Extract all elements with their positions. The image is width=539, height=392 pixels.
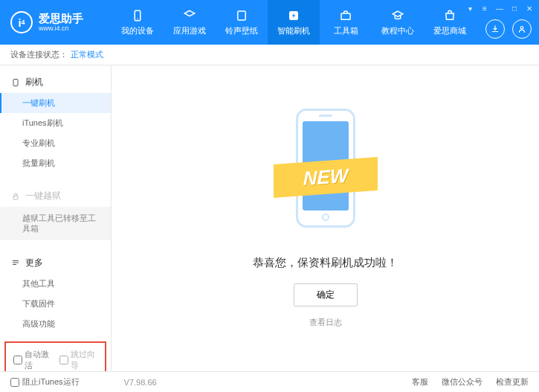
svg-rect-2 bbox=[238, 11, 246, 20]
list-icon[interactable]: ≡ bbox=[480, 3, 490, 13]
download-icon[interactable] bbox=[485, 19, 505, 39]
block-itunes-label: 阻止iTunes运行 bbox=[22, 376, 80, 388]
status-label: 设备连接状态： bbox=[10, 49, 68, 60]
nav-apps[interactable]: 应用游戏 bbox=[164, 0, 216, 45]
phone-illustration: NEW bbox=[277, 109, 374, 242]
app-title: 爱思助手 bbox=[39, 13, 83, 25]
footer-support[interactable]: 客服 bbox=[412, 376, 428, 388]
chk-label: 自动激活 bbox=[25, 349, 52, 371]
footer-wechat[interactable]: 微信公众号 bbox=[442, 376, 482, 388]
nav-tutorial[interactable]: 教程中心 bbox=[372, 0, 424, 45]
svg-point-5 bbox=[520, 27, 523, 30]
chk-auto-activate[interactable]: 自动激活 bbox=[13, 349, 52, 371]
chk-skip-guide[interactable]: 跳过向导 bbox=[59, 349, 98, 371]
flash-small-icon bbox=[10, 77, 21, 88]
success-message: 恭喜您，保资料刷机成功啦！ bbox=[253, 256, 398, 270]
window-controls: ▾ ≡ — □ ✕ bbox=[465, 3, 535, 13]
app-header: i4 爱思助手 www.i4.cn 我的设备 应用游戏 铃声壁纸 智能刷机 工具… bbox=[0, 0, 539, 45]
nav-label: 教程中心 bbox=[381, 25, 414, 36]
svg-rect-6 bbox=[13, 79, 18, 86]
sidebar-item-batch[interactable]: 批量刷机 bbox=[0, 153, 111, 173]
sidebar-item-oneclick[interactable]: 一键刷机 bbox=[0, 93, 111, 113]
nav-label: 我的设备 bbox=[121, 25, 154, 36]
sidebar-item-firmware[interactable]: 下载固件 bbox=[0, 294, 111, 314]
menu-icon[interactable]: ▾ bbox=[465, 3, 475, 13]
body: 刷机 一键刷机 iTunes刷机 专业刷机 批量刷机 一键越狱 越狱工具已转移至… bbox=[0, 65, 539, 371]
section-title: 一键越狱 bbox=[25, 190, 61, 202]
svg-point-1 bbox=[137, 19, 138, 20]
nav-my-device[interactable]: 我的设备 bbox=[112, 0, 164, 45]
shop-icon bbox=[442, 8, 457, 23]
app-subtitle: www.i4.cn bbox=[39, 25, 83, 32]
sidebar-item-advanced[interactable]: 高级功能 bbox=[0, 314, 111, 334]
flash-icon bbox=[286, 8, 301, 23]
nav-label: 铃声壁纸 bbox=[225, 25, 258, 36]
status-mode: 正常模式 bbox=[71, 49, 103, 60]
more-icon bbox=[10, 257, 21, 268]
ribbon-text: NEW bbox=[303, 164, 348, 190]
nav-toolbox[interactable]: 工具箱 bbox=[320, 0, 372, 45]
new-ribbon: NEW bbox=[274, 157, 378, 198]
main-nav: 我的设备 应用游戏 铃声壁纸 智能刷机 工具箱 教程中心 爱思商城 bbox=[112, 0, 476, 45]
sidebar-item-pro[interactable]: 专业刷机 bbox=[0, 133, 111, 153]
sidebar: 刷机 一键刷机 iTunes刷机 专业刷机 批量刷机 一键越狱 越狱工具已转移至… bbox=[0, 65, 112, 371]
nav-flash[interactable]: 智能刷机 bbox=[268, 0, 320, 45]
status-bar: 设备连接状态： 正常模式 bbox=[0, 45, 539, 65]
device-icon bbox=[130, 8, 145, 23]
svg-rect-4 bbox=[341, 13, 350, 19]
view-log-link[interactable]: 查看日志 bbox=[309, 317, 342, 328]
sidebar-item-itunes[interactable]: iTunes刷机 bbox=[0, 113, 111, 133]
footer-update[interactable]: 检查更新 bbox=[496, 376, 529, 388]
section-title: 刷机 bbox=[25, 76, 43, 89]
block-itunes-checkbox[interactable] bbox=[10, 378, 19, 387]
close-icon[interactable]: ✕ bbox=[524, 3, 535, 13]
sidebar-section-more[interactable]: 更多 bbox=[0, 252, 111, 274]
user-icon[interactable] bbox=[512, 19, 532, 39]
checkbox-row: 自动激活 跳过向导 bbox=[4, 341, 106, 371]
block-itunes[interactable]: 阻止iTunes运行 bbox=[10, 376, 80, 388]
logo-icon: i4 bbox=[10, 11, 33, 33]
sidebar-section-flash[interactable]: 刷机 bbox=[0, 71, 111, 93]
version-text: V7.98.66 bbox=[124, 378, 157, 387]
svg-rect-7 bbox=[13, 196, 18, 199]
sidebar-item-jailbreak-note: 越狱工具已转移至工具箱 bbox=[0, 207, 111, 240]
chk-auto-activate-input[interactable] bbox=[13, 356, 22, 364]
music-icon bbox=[234, 8, 249, 23]
lock-icon bbox=[10, 191, 21, 202]
header-actions bbox=[485, 19, 532, 39]
nav-label: 智能刷机 bbox=[277, 25, 310, 36]
chk-skip-guide-input[interactable] bbox=[59, 356, 68, 364]
sidebar-section-jailbreak: 一键越狱 bbox=[0, 185, 111, 207]
nav-ringtones[interactable]: 铃声壁纸 bbox=[216, 0, 268, 45]
sidebar-item-other[interactable]: 其他工具 bbox=[0, 274, 111, 294]
maximize-icon[interactable]: □ bbox=[509, 3, 520, 13]
footer: 阻止iTunes运行 V7.98.66 客服 微信公众号 检查更新 bbox=[0, 371, 539, 392]
ok-button[interactable]: 确定 bbox=[294, 283, 358, 306]
nav-label: 工具箱 bbox=[334, 25, 358, 36]
tutorial-icon bbox=[390, 8, 405, 23]
main-content: NEW 恭喜您，保资料刷机成功啦！ 确定 查看日志 bbox=[112, 65, 539, 371]
nav-label: 爱思商城 bbox=[433, 25, 466, 36]
logo-area: i4 爱思助手 www.i4.cn bbox=[0, 11, 112, 33]
toolbox-icon bbox=[338, 8, 353, 23]
chk-label: 跳过向导 bbox=[71, 349, 98, 371]
section-title: 更多 bbox=[25, 257, 43, 269]
app-icon bbox=[182, 8, 197, 23]
minimize-icon[interactable]: — bbox=[494, 3, 505, 13]
nav-label: 应用游戏 bbox=[173, 25, 206, 36]
